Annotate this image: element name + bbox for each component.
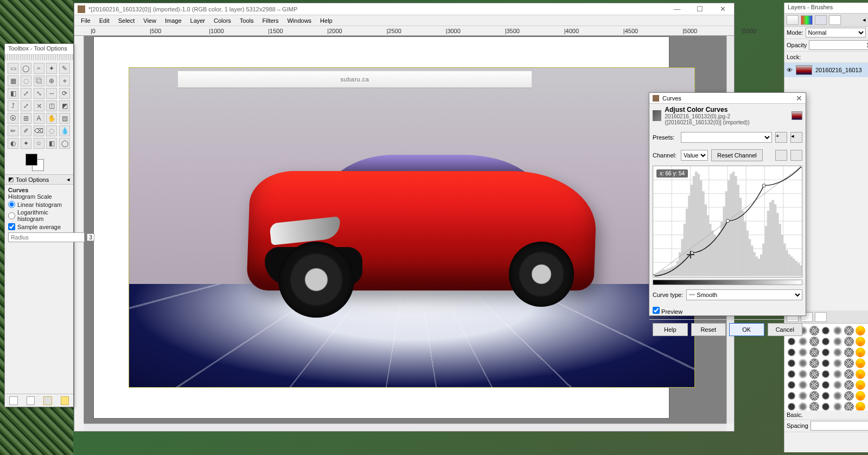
menu-colors[interactable]: Colors — [209, 16, 235, 25]
brush-cell[interactable] — [844, 402, 854, 410]
minimize-button[interactable]: — — [669, 5, 685, 13]
brush-cell[interactable] — [856, 402, 865, 410]
brush-cell[interactable] — [833, 369, 843, 379]
brush-cell[interactable] — [833, 402, 843, 410]
brush-cell[interactable] — [798, 358, 808, 368]
curves-titlebar[interactable]: Curves ✕ — [649, 93, 806, 104]
presets-select[interactable] — [681, 132, 772, 143]
tool-button[interactable]: ⊞ — [21, 113, 31, 124]
tool-button[interactable]: ▭ — [8, 63, 18, 74]
menu-filters[interactable]: Filters — [258, 16, 283, 25]
brush-cell[interactable] — [833, 380, 843, 390]
tool-button[interactable]: ▦ — [8, 75, 18, 86]
spacing-field[interactable] — [810, 421, 868, 431]
tool-button[interactable]: ⤴ — [8, 100, 18, 111]
presets-add-icon[interactable]: + — [775, 132, 787, 143]
radio-log-input[interactable] — [8, 212, 15, 219]
tool-button[interactable]: ⤢ — [21, 100, 31, 111]
toolbox-title[interactable]: Toolbox - Tool Options — [5, 44, 73, 55]
brush-cell[interactable] — [787, 369, 796, 379]
brush-cell[interactable] — [809, 380, 819, 390]
tool-button[interactable]: 💧 — [59, 125, 70, 136]
maximize-button[interactable]: ☐ — [692, 5, 708, 13]
menu-layer[interactable]: Layer — [186, 16, 210, 25]
tool-button[interactable]: ⿻ — [34, 75, 44, 86]
close-button[interactable]: ✕ — [714, 5, 731, 13]
fg-bg-swatch[interactable] — [8, 154, 70, 172]
menu-select[interactable]: Select — [114, 16, 139, 25]
brush-cell[interactable] — [798, 391, 808, 401]
brush-cell[interactable] — [856, 347, 865, 357]
brush-cell[interactable] — [809, 391, 819, 401]
tool-button[interactable]: ◯ — [21, 63, 31, 74]
menu-tools[interactable]: Tools — [235, 16, 258, 25]
radius-field[interactable]: Radius — [8, 232, 85, 242]
brush-cell[interactable] — [787, 391, 796, 401]
lock-alpha-icon[interactable] — [814, 53, 822, 61]
tool-button[interactable]: ⟳ — [59, 88, 70, 99]
brush-cell[interactable] — [856, 326, 865, 336]
tool-button[interactable]: ◯ — [59, 138, 70, 149]
tool-button[interactable]: ✋ — [46, 113, 57, 124]
tool-options-header[interactable]: ◩ Tool Options ◂ — [5, 174, 73, 185]
tool-button[interactable]: ☆ — [34, 138, 44, 149]
brush-cell[interactable] — [821, 391, 831, 401]
brush-cell[interactable] — [833, 358, 843, 368]
radio-log-histogram[interactable]: Logarithmic histogram — [8, 209, 70, 222]
brush-cell[interactable] — [844, 347, 854, 357]
reset-tool-icon[interactable] — [61, 396, 69, 405]
brush-cell[interactable] — [798, 347, 808, 357]
tool-button[interactable]: ◧ — [46, 138, 57, 149]
canvas-area[interactable]: subaru.ca — [84, 36, 726, 424]
brush-cell[interactable] — [809, 347, 819, 357]
tool-button[interactable]: ⤢ — [21, 88, 31, 99]
tool-button[interactable]: ⌫ — [34, 125, 44, 136]
curves-gradient-bar[interactable] — [653, 280, 802, 285]
brush-cell[interactable] — [844, 326, 854, 336]
brush-cell[interactable] — [787, 347, 796, 357]
image-bounds[interactable]: subaru.ca — [129, 67, 695, 388]
brush-cell[interactable] — [809, 369, 819, 379]
reset-button[interactable]: Reset — [691, 323, 726, 336]
reset-channel-button[interactable]: Reset Channel — [711, 149, 763, 161]
menu-help[interactable]: Help — [316, 16, 337, 25]
presets-menu-icon[interactable]: ◂ — [790, 132, 802, 143]
brush-cell[interactable] — [844, 380, 854, 390]
brush-cell[interactable] — [856, 391, 865, 401]
tool-button[interactable]: 𝄐 — [34, 63, 44, 74]
opacity-field[interactable] — [809, 40, 868, 50]
brush-cell[interactable] — [821, 358, 831, 368]
brush-cell[interactable] — [844, 369, 854, 379]
brush-cell[interactable] — [844, 391, 854, 401]
restore-preset-icon[interactable] — [27, 396, 35, 405]
tool-button[interactable]: ✦ — [21, 138, 31, 149]
tool-button[interactable]: ↔ — [46, 88, 57, 99]
brush-cell[interactable] — [787, 402, 796, 410]
cancel-button[interactable]: Cancel — [768, 323, 803, 336]
brush-cell[interactable] — [798, 380, 808, 390]
save-preset-icon[interactable] — [9, 396, 18, 405]
brush-cell[interactable] — [844, 358, 854, 368]
channel-select[interactable]: Value — [681, 150, 708, 161]
checkbox-sample-input[interactable] — [8, 223, 15, 230]
menu-file[interactable]: File — [76, 16, 95, 25]
tab-gradients-icon[interactable] — [815, 312, 827, 322]
tool-button[interactable]: ✐ — [21, 125, 31, 136]
scrollbar-horizontal[interactable] — [84, 424, 726, 431]
brush-cell[interactable] — [833, 326, 843, 336]
brush-cell[interactable] — [856, 369, 865, 379]
tool-button[interactable]: ✎ — [59, 63, 70, 74]
tool-options-menu-icon[interactable]: ◂ — [67, 176, 70, 183]
brush-cell[interactable] — [809, 358, 819, 368]
brush-cell[interactable] — [821, 347, 831, 357]
curves-close-icon[interactable]: ✕ — [796, 94, 802, 103]
tool-button[interactable]: ✏ — [8, 125, 18, 136]
layer-visibility-eye-icon[interactable]: 👁 — [787, 67, 793, 73]
ruler-vertical[interactable] — [74, 36, 84, 424]
brush-cell[interactable] — [856, 358, 865, 368]
brush-cell[interactable] — [798, 369, 808, 379]
delete-preset-icon[interactable] — [43, 396, 52, 405]
preview-checkbox[interactable]: Preview — [653, 307, 682, 315]
brush-cell[interactable] — [787, 358, 796, 368]
lock-pixels-icon[interactable] — [803, 53, 812, 61]
